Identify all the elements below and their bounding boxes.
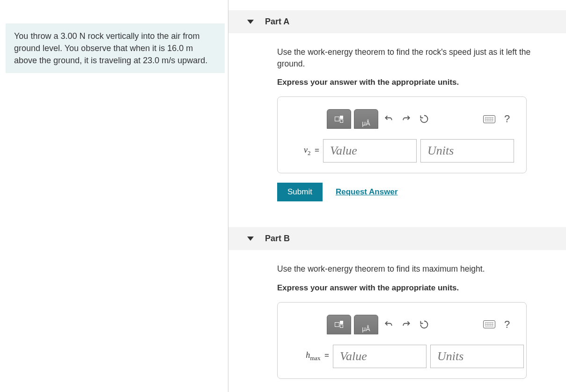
part-b-answer-box: μÅ ?: [277, 302, 527, 379]
part-b-instruction: Express your answer with the appropriate…: [277, 283, 560, 293]
part-a-toolbar: μÅ ?: [327, 109, 515, 129]
chevron-down-icon: [247, 237, 254, 241]
template-tool-button[interactable]: [327, 109, 351, 129]
part-a-units-input[interactable]: [420, 139, 514, 163]
part-b-header[interactable]: Part B: [228, 227, 566, 250]
reset-button[interactable]: [417, 317, 432, 332]
help-button[interactable]: ?: [500, 317, 515, 332]
keyboard-button[interactable]: [482, 111, 497, 126]
part-b-section: Part B Use the work-energy theorem to fi…: [228, 227, 566, 379]
part-a-answer-box: μÅ ?: [277, 96, 527, 173]
problem-statement: You throw a 3.00 N rock vertically into …: [6, 23, 225, 73]
part-b-question: Use the work-energy theorem to find its …: [277, 263, 560, 275]
special-chars-button[interactable]: μÅ: [354, 109, 378, 129]
part-a-request-answer-link[interactable]: Request Answer: [336, 187, 398, 197]
reset-button[interactable]: [417, 111, 432, 126]
part-a-submit-button[interactable]: Submit: [277, 183, 323, 201]
keyboard-icon: [483, 115, 495, 123]
redo-button[interactable]: [399, 111, 414, 126]
part-b-title: Part B: [265, 234, 290, 244]
part-a-instruction: Express your answer with the appropriate…: [277, 78, 560, 87]
part-a-value-input[interactable]: [323, 139, 417, 163]
part-b-value-input[interactable]: [333, 345, 426, 368]
part-a-title: Part A: [265, 17, 289, 27]
undo-button[interactable]: [381, 317, 396, 332]
undo-button[interactable]: [381, 111, 396, 126]
special-chars-button[interactable]: μÅ: [354, 315, 378, 334]
part-a-question: Use the work-energy theorem to find the …: [277, 46, 560, 69]
part-b-units-input[interactable]: [430, 345, 524, 368]
part-b-variable-label: hmax =: [289, 350, 329, 362]
part-b-toolbar: μÅ ?: [327, 315, 515, 334]
chevron-down-icon: [247, 20, 254, 24]
part-a-header[interactable]: Part A: [228, 10, 566, 33]
part-a-section: Part A Use the work-energy theorem to fi…: [228, 10, 566, 201]
keyboard-button[interactable]: [482, 317, 497, 332]
keyboard-icon: [483, 320, 495, 328]
part-a-variable-label: v2 =: [289, 145, 319, 157]
help-button[interactable]: ?: [500, 111, 515, 126]
redo-button[interactable]: [399, 317, 414, 332]
template-tool-button[interactable]: [327, 315, 351, 334]
